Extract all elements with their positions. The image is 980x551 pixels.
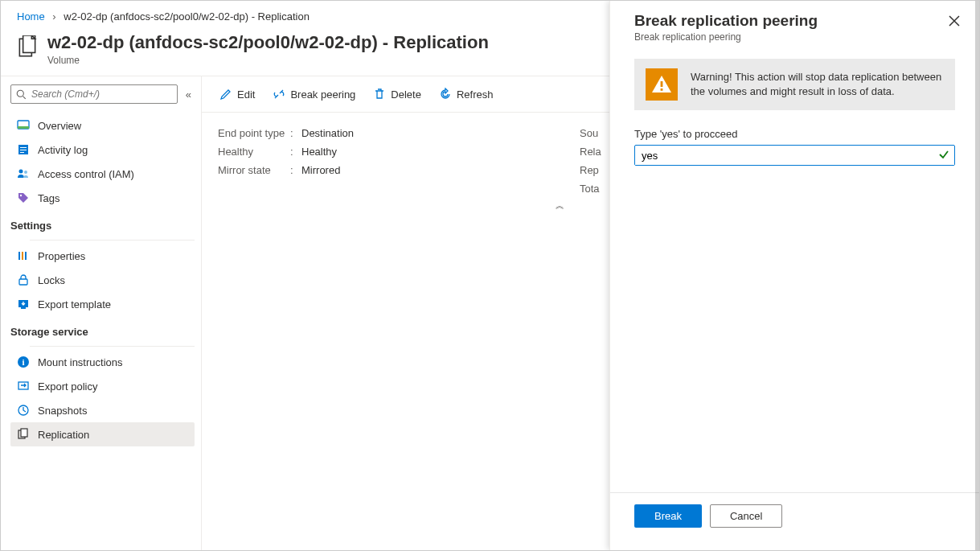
detail-label: Mirror state	[218, 164, 290, 176]
detail-value: Destination	[301, 127, 354, 139]
sidebar-section-settings: Settings	[10, 210, 195, 236]
sidebar-item-label: Tags	[38, 192, 59, 204]
snapshots-icon	[17, 404, 30, 417]
search-icon	[16, 89, 27, 100]
sidebar-divider	[30, 240, 195, 241]
sidebar-item-locks[interactable]: Locks	[10, 268, 195, 292]
collapse-sidebar-button[interactable]: «	[182, 85, 195, 104]
flyout-body: Warning! This action will stop data repl…	[610, 51, 979, 492]
svg-rect-7	[20, 147, 27, 148]
breadcrumb-current: w2-02-dp (anfdocs-sc2/pool0/w2-02-dp) - …	[64, 10, 310, 23]
svg-rect-14	[22, 252, 23, 260]
refresh-icon	[439, 88, 452, 101]
svg-text:i: i	[22, 357, 24, 367]
sidebar-item-label: Mount instructions	[38, 356, 123, 368]
sidebar-search[interactable]	[10, 84, 178, 104]
sidebar-item-label: Properties	[38, 250, 85, 262]
svg-rect-15	[25, 252, 27, 260]
collapse-details-button[interactable]: ︽	[556, 199, 562, 212]
detail-label-truncated: Tota	[580, 179, 601, 198]
break-peering-button[interactable]: Break peering	[271, 84, 357, 104]
sidebar-item-tags[interactable]: Tags	[10, 186, 195, 210]
flyout-header: Break replication peering Break replicat…	[610, 1, 979, 51]
svg-rect-9	[20, 152, 24, 153]
info-icon: i	[17, 356, 30, 368]
sidebar-item-properties[interactable]: Properties	[10, 244, 195, 268]
replication-icon	[17, 428, 30, 441]
confirm-input-wrap[interactable]	[634, 145, 955, 166]
flyout-footer: Break Cancel	[610, 492, 979, 550]
detail-value: Healthy	[301, 146, 337, 158]
svg-rect-24	[21, 429, 27, 437]
activity-log-icon	[17, 143, 30, 156]
break-button[interactable]: Break	[634, 504, 702, 528]
page-title: w2-02-dp (anfdocs-sc2/pool0/w2-02-dp) - …	[47, 32, 489, 53]
sidebar-item-label: Replication	[38, 429, 89, 441]
page-subtitle: Volume	[47, 55, 489, 66]
sidebar-item-export-policy[interactable]: Export policy	[10, 374, 195, 398]
detail-label: Healthy	[218, 146, 290, 158]
confirm-input-label: Type 'yes' to procceed	[634, 128, 955, 140]
sidebar-item-mount-instructions[interactable]: i Mount instructions	[10, 350, 195, 374]
svg-rect-26	[661, 88, 663, 91]
sidebar-item-access-control[interactable]: Access control (IAM)	[10, 162, 195, 186]
lock-icon	[17, 273, 30, 286]
detail-label: End point type	[218, 127, 290, 139]
tool-label: Delete	[391, 88, 421, 101]
overview-icon	[17, 119, 30, 132]
svg-point-10	[19, 170, 23, 174]
confirm-input[interactable]	[635, 146, 954, 165]
close-button[interactable]	[945, 12, 963, 33]
iam-icon	[17, 167, 30, 180]
breadcrumb-home[interactable]: Home	[17, 10, 45, 23]
close-icon	[949, 15, 960, 27]
sidebar-item-replication[interactable]: Replication	[10, 422, 195, 446]
detail-label-truncated: Rep	[580, 161, 601, 179]
detail-value: Mirrored	[301, 164, 340, 176]
svg-point-2	[17, 90, 23, 97]
breadcrumb-separator: ›	[52, 10, 55, 23]
sidebar-item-snapshots[interactable]: Snapshots	[10, 398, 195, 422]
sidebar-divider	[30, 346, 195, 347]
sidebar-item-export-template[interactable]: Export template	[10, 292, 195, 316]
sidebar: « Overview Activity log Access control (…	[1, 76, 202, 551]
svg-line-3	[23, 96, 26, 98]
sidebar-item-label: Export template	[38, 298, 111, 310]
warning-icon	[646, 68, 678, 101]
sidebar-item-activity-log[interactable]: Activity log	[10, 138, 195, 162]
sidebar-item-label: Activity log	[38, 144, 88, 156]
flyout-subtitle: Break replication peering	[634, 31, 818, 43]
pencil-icon	[219, 88, 232, 101]
sidebar-item-label: Overview	[38, 120, 81, 132]
svg-rect-18	[21, 307, 26, 309]
tool-label: Refresh	[457, 88, 494, 101]
break-peering-flyout: Break replication peering Break replicat…	[609, 1, 979, 550]
trash-icon	[373, 88, 386, 101]
tags-icon	[17, 191, 30, 204]
export-template-icon	[17, 298, 30, 310]
details-right-column: Sou Rela Rep Tota	[580, 124, 601, 198]
sidebar-item-overview[interactable]: Overview	[10, 113, 195, 138]
warning-text: Warning! This action will stop data repl…	[691, 70, 944, 99]
edit-button[interactable]: Edit	[218, 84, 256, 104]
flyout-title: Break replication peering	[634, 12, 818, 30]
tool-label: Break peering	[290, 88, 355, 101]
svg-point-11	[24, 171, 27, 174]
break-icon	[273, 88, 285, 101]
svg-rect-16	[19, 279, 27, 285]
sidebar-item-label: Snapshots	[38, 405, 87, 417]
detail-label-truncated: Sou	[580, 124, 601, 142]
tool-label: Edit	[237, 88, 255, 101]
refresh-button[interactable]: Refresh	[437, 84, 495, 104]
svg-rect-13	[18, 252, 20, 260]
sidebar-item-label: Access control (IAM)	[38, 168, 134, 180]
svg-point-12	[20, 195, 22, 196]
cancel-button[interactable]: Cancel	[710, 504, 782, 528]
scrollbar[interactable]	[975, 1, 979, 550]
svg-rect-25	[661, 81, 663, 87]
detail-label-truncated: Rela	[580, 142, 601, 161]
svg-rect-5	[18, 126, 29, 129]
warning-box: Warning! This action will stop data repl…	[634, 59, 955, 110]
search-input[interactable]	[31, 88, 172, 100]
delete-button[interactable]: Delete	[371, 84, 423, 104]
